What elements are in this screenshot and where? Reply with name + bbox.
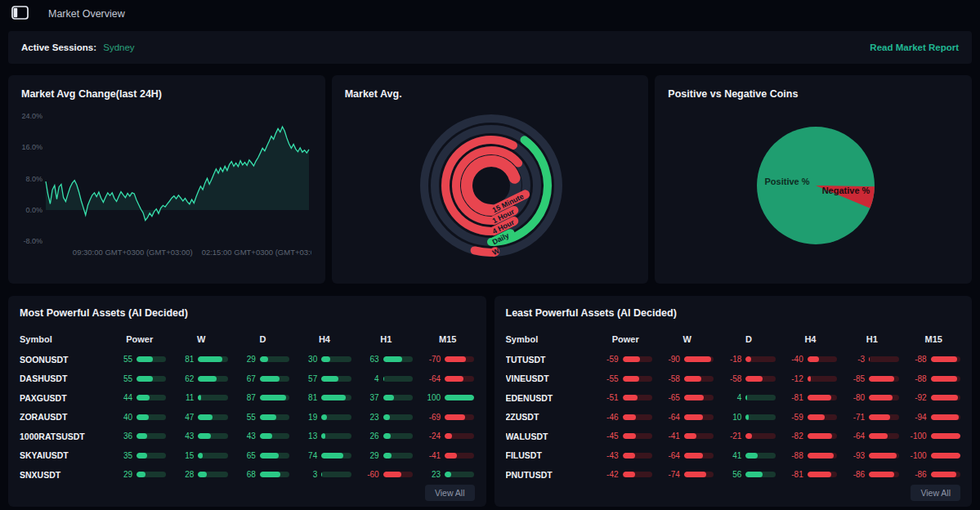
metric-value: -18 <box>722 355 741 364</box>
metric-cell: 10 <box>722 413 775 422</box>
metric-cell: 67 <box>236 374 289 383</box>
view-all-button[interactable]: View All <box>911 485 960 501</box>
metric-value: -100 <box>907 451 927 460</box>
power-bar-track <box>931 453 960 459</box>
table-row: TUTUSDT-59-90-18-40-3-88 <box>506 350 961 369</box>
metric-value: 40 <box>113 413 132 422</box>
power-bar-fill <box>445 453 457 459</box>
metric-value: 10 <box>722 413 741 422</box>
metric-value: 43 <box>236 432 256 441</box>
session-bar: Active Sessions: Sydney Read Market Repo… <box>8 31 972 64</box>
metric-value: -65 <box>660 393 680 402</box>
symbol-cell: ZORAUSDT <box>20 412 105 422</box>
metric-cell: -88 <box>784 451 837 460</box>
power-bar-fill <box>808 356 820 362</box>
column-header: M15 <box>421 334 474 344</box>
power-bar-track <box>808 376 837 382</box>
power-bar-track <box>745 376 775 382</box>
read-market-report-link[interactable]: Read Market Report <box>870 42 959 52</box>
power-bar-fill <box>869 414 890 420</box>
power-bar-fill <box>931 395 958 400</box>
metric-value: 65 <box>236 451 256 460</box>
table-row: DASHUSDT556267574-64 <box>20 369 475 389</box>
metric-cell: 47 <box>174 413 227 422</box>
metric-cell: 56 <box>722 470 775 479</box>
power-bar-track <box>623 414 652 420</box>
power-bar-fill <box>383 395 394 400</box>
column-header: W <box>660 334 714 344</box>
power-bar-track <box>623 453 652 459</box>
metric-cell: 28 <box>174 470 227 479</box>
power-bar-track <box>623 356 652 362</box>
metric-cell: -41 <box>660 432 714 441</box>
power-bar-track <box>321 376 351 382</box>
power-bar-track <box>321 356 351 362</box>
power-bar-track <box>623 472 652 477</box>
power-bar-track <box>931 356 960 362</box>
power-bar-track <box>745 414 775 420</box>
symbol-cell: FILUSDT <box>506 450 591 460</box>
sidebar-toggle-button[interactable] <box>10 4 30 24</box>
power-bar-track <box>623 395 652 400</box>
metric-cell: -59 <box>599 355 652 364</box>
power-bar-track <box>684 376 714 382</box>
metric-cell: -94 <box>907 413 960 422</box>
topbar: Market Overview <box>0 0 980 28</box>
metric-cell: -71 <box>845 413 898 422</box>
symbol-cell: VINEUSDT <box>506 374 591 383</box>
column-header: M15 <box>907 334 960 344</box>
power-bar-track <box>260 433 289 439</box>
least-powerful-title: Least Powerful Assets (AI Decided) <box>506 307 961 319</box>
metric-cell: 23 <box>421 470 474 479</box>
table-row: PAXGUSDT4411878137100 <box>20 388 475 408</box>
symbol-cell: TUTUSDT <box>506 355 591 365</box>
metric-value: 36 <box>113 432 132 441</box>
table-row: EDENUSDT-51-654-81-80-92 <box>506 388 961 408</box>
power-bar-track <box>931 414 960 420</box>
table-row: SOONUSDT5581293063-70 <box>20 350 475 369</box>
metric-cell: 81 <box>298 393 351 402</box>
metric-cell: -86 <box>845 470 898 479</box>
power-bar-track <box>869 472 898 477</box>
metric-value: -51 <box>599 393 619 402</box>
metric-cell: 30 <box>298 355 351 364</box>
metric-cell: 19 <box>298 413 351 422</box>
metric-cell: 37 <box>360 393 413 402</box>
metric-cell: 29 <box>236 355 289 364</box>
metric-cell: -40 <box>784 355 837 364</box>
power-bar-fill <box>260 356 269 362</box>
power-bar-fill <box>745 433 752 439</box>
most-powerful-table: SymbolPowerWDH4H1M15SOONUSDT5581293063-7… <box>20 329 475 485</box>
table-row: WALUSDT-45-41-21-82-64-100 <box>506 427 961 446</box>
power-bar-fill <box>869 472 894 477</box>
power-bar-fill <box>136 356 153 362</box>
power-bar-fill <box>445 472 451 477</box>
view-all-button[interactable]: View All <box>425 485 475 501</box>
metric-cell: -88 <box>907 355 960 364</box>
power-bar-track <box>198 356 227 362</box>
column-header: W <box>174 334 227 344</box>
metric-cell: -21 <box>722 432 775 441</box>
power-bar-fill <box>260 433 273 439</box>
column-header: Symbol <box>506 334 591 344</box>
metric-cell: 41 <box>722 451 775 460</box>
power-bar-fill <box>684 414 703 420</box>
metric-value: -86 <box>845 470 865 479</box>
metric-cell: 63 <box>360 355 413 364</box>
metric-cell: -41 <box>421 451 474 460</box>
power-bar-fill <box>745 414 749 420</box>
power-bar-fill <box>136 472 145 477</box>
power-bar-track <box>260 414 289 420</box>
least-powerful-table: SymbolPowerWDH4H1M15TUTUSDT-59-90-18-40-… <box>506 329 961 485</box>
metric-value: 62 <box>174 374 194 383</box>
y-axis-tick: 16.0% <box>21 143 43 151</box>
metric-value: -3 <box>845 355 865 364</box>
power-bar-fill <box>383 414 390 420</box>
metric-value: -81 <box>784 470 803 479</box>
y-axis-tick: 0.0% <box>25 206 43 214</box>
metric-cell: -43 <box>599 451 652 460</box>
power-bar-fill <box>869 453 897 459</box>
metric-cell: -59 <box>784 413 837 422</box>
pie-label-negative: Negative % <box>822 186 870 195</box>
table-row: ZORAUSDT4047551923-69 <box>20 408 475 427</box>
